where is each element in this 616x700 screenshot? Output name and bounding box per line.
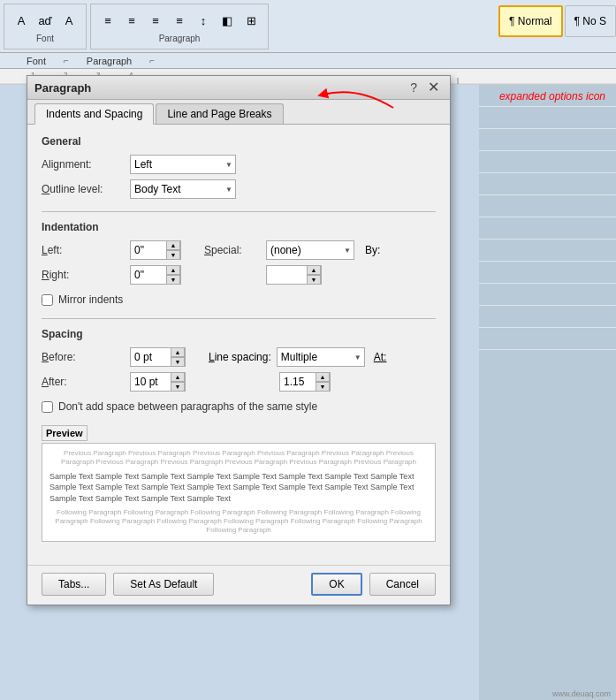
set-default-button[interactable]: Set As Default xyxy=(113,573,214,596)
alignment-row: Alignment: Left Centered Right Justified xyxy=(42,155,436,174)
footer-left: Tabs... Set As Default xyxy=(42,573,214,596)
align-left-btn[interactable]: ≡ xyxy=(96,9,119,32)
alignment-select-wrapper: Left Centered Right Justified xyxy=(130,155,236,174)
linespacing-label: Line spacing: xyxy=(209,351,271,363)
dialog-help-icon[interactable]: ? xyxy=(407,80,421,95)
outline-row: Outline level: Body Text Level 1 Level 2… xyxy=(42,179,436,199)
at-down[interactable]: ▼ xyxy=(316,382,330,392)
indent-right-up[interactable]: ▲ xyxy=(166,265,180,275)
font-color-btn[interactable]: A xyxy=(57,9,80,32)
outline-select[interactable]: Body Text Level 1 Level 2 Level 3 xyxy=(130,179,236,199)
divider-2 xyxy=(42,318,436,319)
font-ribbon-label: Font xyxy=(9,56,64,66)
alignment-select[interactable]: Left Centered Right Justified xyxy=(130,155,236,174)
before-spinner: ▲ ▼ xyxy=(130,347,186,367)
same-style-label: Don't add space between paragraphs of th… xyxy=(58,400,317,413)
general-section: General Alignment: Left Centered Right J… xyxy=(42,135,436,199)
ribbon-labels: Font ⌐ Paragraph ⌐ xyxy=(0,53,616,69)
font-type-btn[interactable]: A xyxy=(10,9,33,32)
tabs-button[interactable]: Tabs... xyxy=(42,573,106,596)
mirror-indents-row: Mirror indents xyxy=(42,293,436,306)
style-normal-btn[interactable]: ¶ Normal xyxy=(498,5,562,37)
spacing-section: Spacing Before: ▲ ▼ xyxy=(42,328,436,413)
at-btns: ▲ ▼ xyxy=(316,372,330,392)
linespacing-select-wrapper: Single 1.5 lines Double At least Exactly… xyxy=(277,347,365,367)
paragraph-ribbon-label: Paragraph xyxy=(69,56,149,66)
at-label: At: xyxy=(374,351,387,363)
by-up[interactable]: ▲ xyxy=(307,265,321,275)
indent-left-input[interactable] xyxy=(131,241,166,259)
special-row: Special: (none) First line Hanging By: xyxy=(204,240,380,260)
after-up[interactable]: ▲ xyxy=(171,372,185,382)
at-up[interactable]: ▲ xyxy=(316,372,330,382)
before-row: Before: ▲ ▼ xyxy=(42,347,186,367)
indent-right-down[interactable]: ▼ xyxy=(166,275,180,285)
mirror-indents-checkbox[interactable] xyxy=(42,294,53,306)
after-btns: ▲ ▼ xyxy=(171,372,185,392)
at-row: ▲ ▼ xyxy=(279,372,386,392)
dialog-titlebar: Paragraph ? ✕ xyxy=(27,76,450,100)
paragraph-group: ≡ ≡ ≡ ≡ ↕ ◧ ⊞ Paragraph xyxy=(90,4,269,49)
tab-indents-spacing[interactable]: Indents and Spacing xyxy=(34,103,154,125)
ok-button[interactable]: OK xyxy=(311,573,361,596)
indent-right-btns: ▲ ▼ xyxy=(166,265,180,285)
by-input[interactable] xyxy=(267,266,307,284)
dialog-body: General Alignment: Left Centered Right J… xyxy=(27,125,450,565)
line-spacing-btn[interactable]: ↕ xyxy=(192,9,215,32)
after-down[interactable]: ▼ xyxy=(171,382,185,392)
after-input[interactable] xyxy=(131,373,171,391)
preview-area: Previous Paragraph Previous Paragraph Pr… xyxy=(42,443,436,542)
general-title: General xyxy=(42,135,436,148)
before-label: Before: xyxy=(42,351,130,363)
style-nospace-btn[interactable]: ¶ No S xyxy=(565,5,616,37)
cancel-button[interactable]: Cancel xyxy=(369,573,436,596)
after-label: After: xyxy=(42,376,130,388)
linespacing-select[interactable]: Single 1.5 lines Double At least Exactly… xyxy=(277,347,365,367)
dialog-close-icon[interactable]: ✕ xyxy=(424,80,443,95)
indent-left-row: Left: ▲ ▼ xyxy=(42,240,181,260)
before-input[interactable] xyxy=(131,348,171,366)
indent-left-label: Left: xyxy=(42,244,130,256)
linespacing-row: Line spacing: Single 1.5 lines Double At… xyxy=(209,347,386,367)
dialog-footer: Tabs... Set As Default OK Cancel xyxy=(27,565,450,605)
indent-right-spinner: ▲ ▼ xyxy=(130,265,181,285)
before-down[interactable]: ▼ xyxy=(171,357,185,367)
same-style-row: Don't add space between paragraphs of th… xyxy=(42,400,436,413)
watermark: www.deuaq.com xyxy=(552,689,611,698)
by-row: ▲ ▼ xyxy=(266,265,380,285)
by-down[interactable]: ▼ xyxy=(307,275,321,285)
indentation-section: Indentation Left: ▲ ▼ xyxy=(42,221,436,306)
preview-title: Preview xyxy=(46,428,83,438)
same-style-checkbox[interactable] xyxy=(42,401,53,413)
after-spinner: ▲ ▼ xyxy=(130,372,186,392)
indent-left-up[interactable]: ▲ xyxy=(166,240,180,250)
tab-line-page-breaks[interactable]: Line and Page Breaks xyxy=(156,103,283,124)
special-select-wrapper: (none) First line Hanging xyxy=(266,240,354,260)
preview-prev-para: Previous Paragraph Previous Paragraph Pr… xyxy=(49,449,428,468)
indent-left-btns: ▲ ▼ xyxy=(166,240,180,260)
indent-left-spinner: ▲ ▼ xyxy=(130,240,181,260)
paragraph-dialog: Paragraph ? ✕ Indents and Spacing Line a… xyxy=(27,75,451,605)
alignment-label: Alignment: xyxy=(42,158,130,171)
before-up[interactable]: ▲ xyxy=(171,347,185,357)
font-label: Font xyxy=(36,34,54,43)
align-right-btn[interactable]: ≡ xyxy=(144,9,167,32)
justify-btn[interactable]: ≡ xyxy=(168,9,191,32)
special-label: Special: xyxy=(204,244,266,256)
shading-btn[interactable]: ◧ xyxy=(216,9,239,32)
divider-1 xyxy=(42,211,436,212)
dialog-tabs: Indents and Spacing Line and Page Breaks xyxy=(27,100,450,125)
by-label: By: xyxy=(365,244,380,256)
spacing-title: Spacing xyxy=(42,328,436,340)
font-check-btn[interactable]: aď xyxy=(34,9,57,32)
font-group: A aď A Font xyxy=(4,4,87,49)
borders-btn[interactable]: ⊞ xyxy=(240,9,262,32)
align-center-btn[interactable]: ≡ xyxy=(120,9,143,32)
special-select[interactable]: (none) First line Hanging xyxy=(266,240,354,260)
at-input[interactable] xyxy=(280,373,316,391)
outline-label: Outline level: xyxy=(42,183,130,195)
after-row: After: ▲ ▼ xyxy=(42,372,186,392)
indent-right-input[interactable] xyxy=(131,266,166,284)
paragraph-expand-icon[interactable]: ⌐ xyxy=(149,56,155,65)
indent-left-down[interactable]: ▼ xyxy=(166,250,180,260)
